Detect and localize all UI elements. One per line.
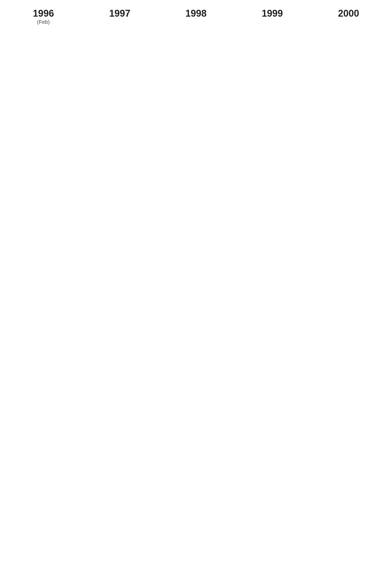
year-sub: (Feb) [6,19,80,25]
year-header-1997: 1997 [83,8,157,25]
year-label: 2000 [312,8,386,19]
year-label: 1998 [159,8,233,19]
chart-container: 1996(Feb)1997199819992000 [0,0,392,36]
year-label: 1996 [6,8,80,19]
year-header-1996: 1996(Feb) [6,8,80,25]
year-header-1998: 1998 [159,8,233,25]
year-label: 1997 [83,8,157,19]
year-header-1999: 1999 [235,8,309,25]
year-label: 1999 [235,8,309,19]
year-headers: 1996(Feb)1997199819992000 [0,5,392,30]
year-header-2000: 2000 [312,8,386,25]
